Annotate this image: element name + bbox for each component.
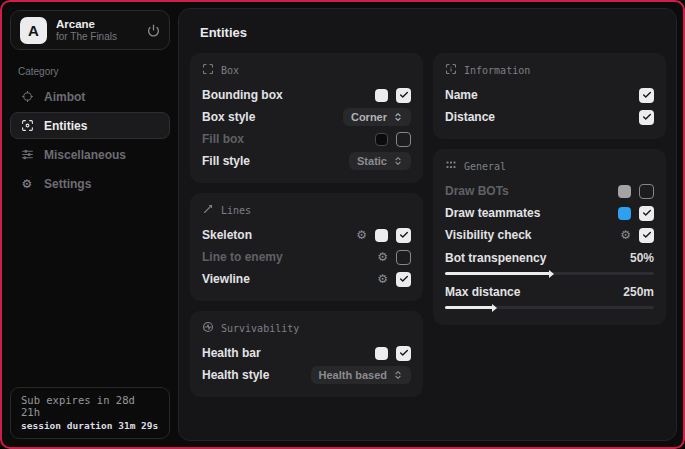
chevrons-up-down-icon [393,370,403,380]
sidebar-item-settings[interactable]: ⚙ Settings [10,170,170,197]
checkbox-checked[interactable] [396,88,411,103]
panel-title: General [464,161,506,172]
panel-survivability: Survivability Health bar Health style [190,311,423,397]
row-label: Draw teammates [445,206,618,220]
checkbox-checked[interactable] [396,228,411,243]
slider-fill[interactable] [445,272,550,275]
health-style-dropdown[interactable]: Health based [311,366,411,384]
row-visibility-check: Visibility check ⚙ [445,224,654,246]
sub-expiry-text: Sub expires in 28d 21h [21,394,159,418]
checkbox-checked[interactable] [639,206,654,221]
right-column: Information Name Distance [433,53,666,397]
max-distance-slider[interactable] [445,306,654,309]
grid-icon [445,159,457,173]
checkbox-checked[interactable] [396,272,411,287]
color-swatch[interactable] [618,207,631,220]
gear-icon[interactable]: ⚙ [377,251,388,263]
checkbox-unchecked[interactable] [396,132,411,147]
checkbox-checked[interactable] [639,110,654,125]
panel-lines-header: Lines [202,203,411,217]
app-avatar: A [20,17,47,44]
row-label: Max distance [445,285,623,299]
gear-icon[interactable]: ⚙ [377,273,388,285]
sliders-icon [20,148,34,161]
box-icon [202,63,214,77]
slider-fill[interactable] [445,306,493,309]
power-icon[interactable] [147,24,160,37]
crosshair-icon [20,90,34,103]
gear-icon[interactable]: ⚙ [356,229,367,241]
row-label: Health style [202,368,311,382]
panel-lines: Lines Skeleton ⚙ Line to ene [190,193,423,301]
category-label: Category [18,66,170,77]
panel-box-header: Box [202,63,411,77]
gear-icon[interactable]: ⚙ [620,229,631,241]
row-skeleton: Skeleton ⚙ [202,224,411,246]
color-swatch[interactable] [375,89,388,102]
sidebar-item-label: Settings [44,177,91,191]
panel-title: Box [221,65,239,76]
logo-card: A Arcane for The Finals [10,10,170,50]
color-swatch[interactable] [375,347,388,360]
sidebar-item-aimbot[interactable]: Aimbot [10,83,170,110]
panel-box: Box Bounding box Box style [190,53,423,183]
panel-information-header: Information [445,63,654,77]
left-column: Box Bounding box Box style [190,53,423,397]
line-icon [202,203,214,217]
slider-value: 250m [623,285,654,299]
panel-general: General Draw BOTs Draw teammates [433,149,666,325]
row-label: Distance [445,110,639,124]
checkbox-unchecked[interactable] [639,184,654,199]
dropdown-value: Health based [319,369,387,381]
app-title: Arcane [56,18,138,31]
row-health-bar: Health bar [202,342,411,364]
entities-icon [20,119,34,132]
color-swatch[interactable] [375,229,388,242]
row-viewline: Viewline ⚙ [202,268,411,290]
row-fill-style: Fill style Static [202,150,411,172]
heart-pulse-icon [202,321,214,335]
row-label: Bot transpenency [445,251,630,265]
checkbox-unchecked[interactable] [396,250,411,265]
sidebar: A Arcane for The Finals Category Aimbot [2,2,178,447]
page-title: Entities [200,25,666,40]
row-name: Name [445,84,654,106]
box-style-dropdown[interactable]: Corner [343,108,411,126]
chevrons-up-down-icon [393,156,403,166]
slider-value: 50% [630,251,654,265]
row-distance: Distance [445,106,654,128]
panel-survivability-header: Survivability [202,321,411,335]
row-draw-bots: Draw BOTs [445,180,654,202]
row-bot-transparency: Bot transpenency 50% [445,248,654,268]
color-swatch[interactable] [618,185,631,198]
row-line-to-enemy: Line to enemy ⚙ [202,246,411,268]
sidebar-item-entities[interactable]: Entities [10,112,170,139]
row-health-style: Health style Health based [202,364,411,386]
checkbox-checked[interactable] [639,88,654,103]
subscription-card: Sub expires in 28d 21h session duration … [10,387,170,439]
sidebar-item-label: Entities [44,119,87,133]
color-swatch[interactable] [375,133,388,146]
row-label: Draw BOTs [445,184,618,198]
gear-icon: ⚙ [20,178,34,190]
sidebar-item-miscellaneous[interactable]: Miscellaneous [10,141,170,168]
row-label: Visibility check [445,228,620,242]
checkbox-checked[interactable] [639,228,654,243]
row-label: Box style [202,110,343,124]
row-label: Viewline [202,272,377,286]
fill-style-dropdown[interactable]: Static [349,152,411,170]
row-max-distance: Max distance 250m [445,282,654,302]
info-scan-icon [445,63,457,77]
panel-general-header: General [445,159,654,173]
checkbox-checked[interactable] [396,346,411,361]
app-window: A Arcane for The Finals Category Aimbot [0,0,685,449]
row-label: Skeleton [202,228,356,242]
row-box-style: Box style Corner [202,106,411,128]
sidebar-item-label: Miscellaneous [44,148,126,162]
row-label: Health bar [202,346,375,360]
bot-transparency-slider[interactable] [445,272,654,275]
row-label: Bounding box [202,88,375,102]
panel-title: Survivability [221,323,299,334]
sidebar-item-label: Aimbot [44,90,85,104]
dropdown-value: Corner [351,111,387,123]
